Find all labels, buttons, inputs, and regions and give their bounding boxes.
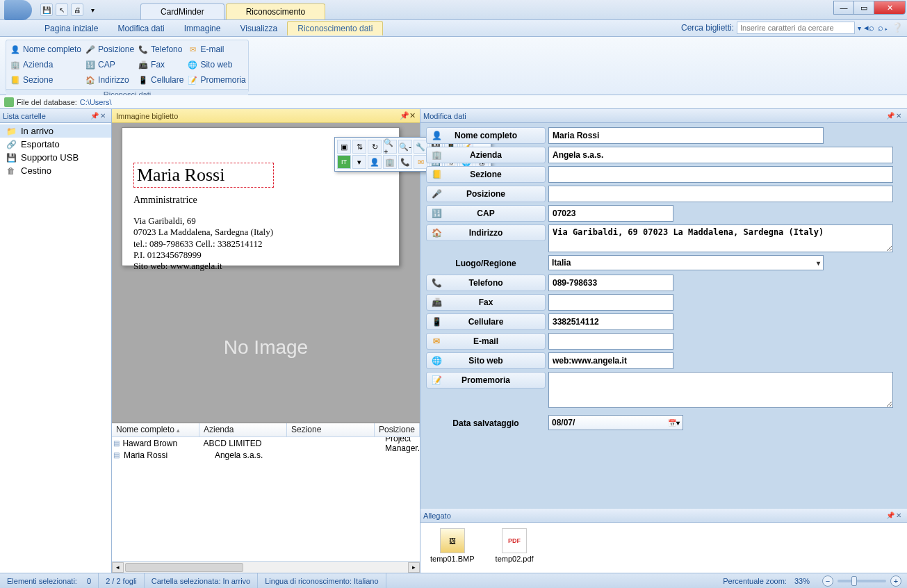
fld-cap[interactable] (548, 205, 673, 222)
fld-azienda-label[interactable]: 🏢Azienda (426, 147, 546, 163)
col-nome[interactable]: Nome completo ▴ (112, 423, 199, 436)
fld-email[interactable] (548, 333, 673, 350)
scroll-left-icon[interactable]: ◂ (112, 562, 124, 573)
fld-telefono-label[interactable]: 📞Telefono (426, 275, 546, 291)
fld-fax-label[interactable]: 📠Fax (426, 294, 546, 311)
qat-save-icon[interactable]: 💾 (40, 3, 53, 16)
folder-usb[interactable]: 💾Supporto USB (0, 151, 111, 164)
zoom-thumb[interactable] (851, 576, 857, 586)
person-icon: 👤 (431, 130, 442, 141)
fld-memo[interactable] (548, 372, 893, 408)
fld-indirizzo-label[interactable]: 🏠Indirizzo (426, 224, 546, 241)
rbn-fax[interactable]: 📠Fax (138, 58, 183, 72)
close-icon[interactable]: ✕ (100, 112, 108, 120)
attachment-item[interactable]: PDF temp02.pdf (496, 528, 534, 567)
qat-print-icon[interactable]: 🖨 (71, 3, 83, 16)
qat-dropdown-icon[interactable]: ▾ (86, 3, 99, 16)
fld-sezione[interactable] (548, 166, 893, 183)
tab-view[interactable]: Visualizza (230, 22, 287, 35)
rbn-sezione[interactable]: 📒Sezione (10, 73, 81, 87)
fld-posizione[interactable] (548, 186, 893, 202)
ft-zoom-in-icon[interactable]: 🔍+ (383, 140, 397, 154)
rbn-azienda[interactable]: 🏢Azienda (10, 58, 81, 72)
fld-nome-label[interactable]: 👤Nome completo (426, 127, 546, 144)
rbn-sito[interactable]: 🌐Sito web (188, 58, 245, 72)
minimize-button[interactable]: — (833, 1, 854, 15)
fld-memo-label[interactable]: 📝Promemoria (426, 372, 546, 389)
fld-sito[interactable] (548, 352, 673, 369)
maximize-button[interactable]: ▭ (853, 1, 874, 15)
rbn-cap[interactable]: 🔢CAP (85, 58, 134, 72)
zoom-out-button[interactable]: − (822, 575, 833, 587)
close-icon[interactable]: ✕ (896, 112, 904, 120)
fld-indirizzo[interactable] (548, 224, 893, 252)
tab-home[interactable]: Pagina iniziale (35, 22, 108, 35)
rbn-email[interactable]: ✉E-mail (188, 42, 245, 56)
fld-sito-label[interactable]: 🌐Sito web (426, 352, 546, 369)
col-posizione[interactable]: Posizione (375, 423, 420, 436)
pin-icon[interactable]: 📌 (886, 512, 894, 520)
close-button[interactable]: ✕ (874, 1, 906, 15)
col-sezione[interactable]: Sezione (287, 423, 375, 436)
rbn-memo[interactable]: 📝Promemoria (188, 73, 245, 87)
search-forward-icon[interactable]: ⌕▸ (878, 22, 889, 33)
fld-cellulare-label[interactable]: 📱Cellulare (426, 313, 546, 330)
pin-icon[interactable]: 📌 (90, 112, 99, 120)
folder-inbox[interactable]: 📁In arrivo (0, 124, 111, 138)
tab-recognition[interactable]: Riconoscimento dati (287, 21, 383, 35)
scroll-right-icon[interactable]: ▸ (408, 562, 420, 573)
fld-data[interactable]: 08/07/ (548, 415, 683, 430)
horizontal-scrollbar[interactable]: ◂ ▸ (112, 561, 420, 573)
ft-tool-icon[interactable]: 🔧 (414, 140, 427, 154)
col-azienda[interactable]: Azienda (199, 423, 287, 436)
recognized-name-box[interactable]: Maria Rossi (133, 163, 274, 188)
tab-edit-data[interactable]: Modifica dati (108, 22, 174, 35)
pin-icon[interactable]: 📌 (886, 112, 894, 120)
zoom-slider[interactable] (837, 580, 886, 582)
table-row[interactable]: ▤ Haward Brown ABCD LIMITED Project Mana… (112, 437, 420, 449)
ft-phone-icon[interactable]: 📞 (398, 155, 412, 169)
fld-cap-label[interactable]: 🔢CAP (426, 205, 546, 222)
ft-select-icon[interactable]: ▣ (337, 140, 351, 154)
fld-luogo[interactable]: Italia (548, 255, 824, 270)
ft-mail-icon[interactable]: ✉ (414, 155, 427, 169)
ft-dropdown-icon[interactable]: ▾ (352, 155, 366, 169)
folder-exported[interactable]: 🔗Esportato (0, 138, 111, 151)
close-icon[interactable]: ✕ (409, 111, 416, 120)
export-icon: 🔗 (6, 140, 17, 149)
fld-nome[interactable] (548, 127, 824, 144)
tab-image[interactable]: Immagine (174, 22, 231, 35)
pin-icon[interactable]: 📌 (400, 111, 409, 120)
rbn-posizione[interactable]: 🎤Posizione (85, 42, 134, 56)
ft-move-icon[interactable]: ⇅ (352, 140, 366, 154)
ft-building-icon[interactable]: 🏢 (383, 155, 397, 169)
rbn-cellulare[interactable]: 📱Cellulare (138, 73, 183, 87)
search-dropdown-icon[interactable]: ▾ (858, 24, 861, 32)
folder-trash[interactable]: 🗑Cestino (0, 164, 111, 177)
fld-azienda[interactable] (548, 147, 893, 163)
fld-posizione-label[interactable]: 🎤Posizione (426, 186, 546, 202)
fld-fax[interactable] (548, 294, 673, 311)
fld-telefono[interactable] (548, 275, 673, 291)
search-back-icon[interactable]: ◂⌕ (864, 22, 875, 33)
scroll-thumb[interactable] (125, 563, 243, 572)
close-icon[interactable]: ✕ (896, 512, 904, 520)
rbn-nome[interactable]: 👤Nome completo (10, 42, 81, 56)
help-icon[interactable]: ❔ (892, 22, 903, 33)
folder-icon: 📁 (6, 126, 17, 136)
ft-lang-icon[interactable]: IT (337, 155, 351, 169)
ft-rotate-icon[interactable]: ↻ (368, 140, 382, 154)
attachment-item[interactable]: 🖼 temp01.BMP (430, 528, 475, 567)
qat-pointer-icon[interactable]: ↖ (56, 3, 68, 16)
rbn-indirizzo[interactable]: 🏠Indirizzo (85, 73, 134, 87)
ft-zoom-out-icon[interactable]: 🔍- (398, 140, 412, 154)
search-input[interactable] (737, 22, 855, 34)
fld-email-label[interactable]: ✉E-mail (426, 333, 546, 350)
app-menu-button[interactable] (4, 0, 32, 20)
fld-cellulare[interactable] (548, 313, 673, 330)
table-row[interactable]: ▤ Maria Rossi Angela s.a.s. (112, 449, 420, 461)
rbn-telefono[interactable]: 📞Telefono (138, 42, 183, 56)
zoom-in-button[interactable]: + (890, 575, 901, 587)
ft-person-icon[interactable]: 👤 (368, 155, 382, 169)
fld-sezione-label[interactable]: 📒Sezione (426, 166, 546, 183)
